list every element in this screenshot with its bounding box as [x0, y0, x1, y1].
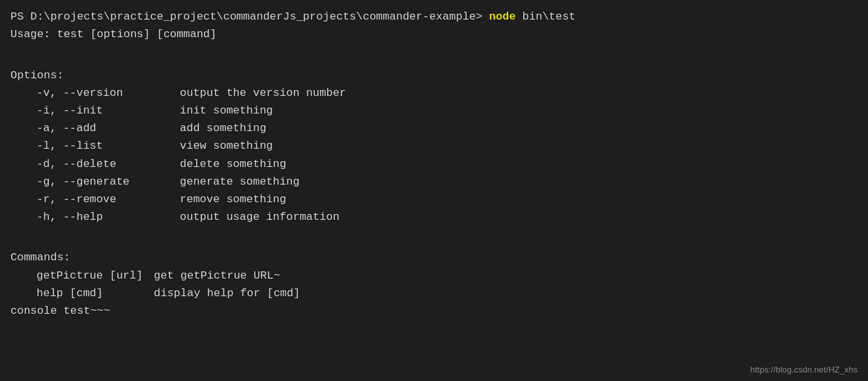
option-help: -h, --help output usage information [10, 208, 855, 226]
prompt-line: PS D:\projects\practice_project\commande… [10, 8, 855, 25]
option-add: -a, --add add something [10, 119, 855, 137]
blank-line-2 [10, 226, 855, 243]
option-generate: -g, --generate generate something [10, 173, 855, 190]
options-list: -v, --version output the version number … [10, 84, 855, 226]
prompt-command: node [489, 8, 516, 25]
command-help: help [cmd] display help for [cmd] [10, 284, 855, 302]
commands-list: getPictrue [url] get getPictrue URL~ hel… [10, 267, 855, 302]
prompt-path: PS D:\projects\practice_project\commande… [10, 8, 489, 25]
option-init: -i, --init init something [10, 102, 855, 119]
option-delete: -d, --delete delete something [10, 155, 855, 173]
options-header: Options: [10, 67, 855, 84]
footer-line: console test~~~ [10, 302, 855, 320]
command-getpictrue: getPictrue [url] get getPictrue URL~ [10, 267, 855, 284]
option-list: -l, --list view something [10, 137, 855, 155]
watermark: https://blog.csdn.net/HZ_xhs [750, 365, 858, 374]
terminal-output: PS D:\projects\practice_project\commande… [10, 8, 855, 320]
blank-line-1 [10, 43, 855, 61]
usage-line: Usage: test [options] [command] [10, 25, 855, 43]
prompt-args: bin\test [515, 8, 575, 25]
option-remove: -r, --remove remove something [10, 190, 855, 208]
option-version: -v, --version output the version number [10, 84, 855, 102]
commands-header: Commands: [10, 249, 855, 266]
